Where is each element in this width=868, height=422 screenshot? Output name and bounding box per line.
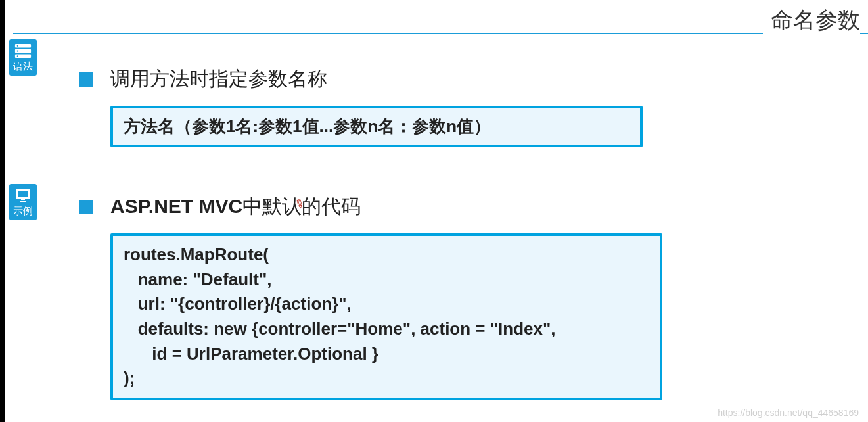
sidebar-syntax-label: 语法 — [9, 60, 37, 73]
sidebar-tab-example: 示例 — [9, 184, 37, 220]
syntax-box: 方法名（参数1名:参数1值...参数n名：参数n值） — [110, 106, 643, 147]
svg-point-4 — [17, 50, 18, 51]
server-icon — [14, 43, 32, 58]
heading-bold-part: ASP.NET MVC — [110, 195, 242, 217]
code-box: routes.MapRoute( name: "Default", url: "… — [110, 233, 662, 400]
monitor-icon — [14, 188, 32, 202]
bullet-icon — [79, 72, 93, 87]
page-title: 命名参数 — [763, 5, 860, 35]
svg-rect-7 — [18, 191, 28, 197]
svg-point-5 — [17, 55, 18, 57]
bullet-icon — [79, 200, 93, 214]
sidebar-example-label: 示例 — [9, 205, 37, 218]
svg-point-3 — [17, 45, 18, 47]
section-1-heading-text: 调用方法时指定参数名称 — [110, 66, 327, 93]
left-border — [0, 0, 5, 422]
section-2-heading-text: ASP.NET MVC中默认的代码 — [110, 193, 361, 220]
section-2-heading: ASP.NET MVC中默认的代码 — [79, 193, 749, 220]
syntax-text: 方法名（参数1名:参数1值...参数n名：参数n值） — [124, 116, 491, 136]
sidebar-tab-syntax: 语法 — [9, 39, 37, 76]
watermark: https://blog.csdn.net/qq_44658169 — [718, 408, 859, 418]
title-rule — [13, 33, 868, 34]
section-1-heading: 调用方法时指定参数名称 — [79, 66, 749, 93]
